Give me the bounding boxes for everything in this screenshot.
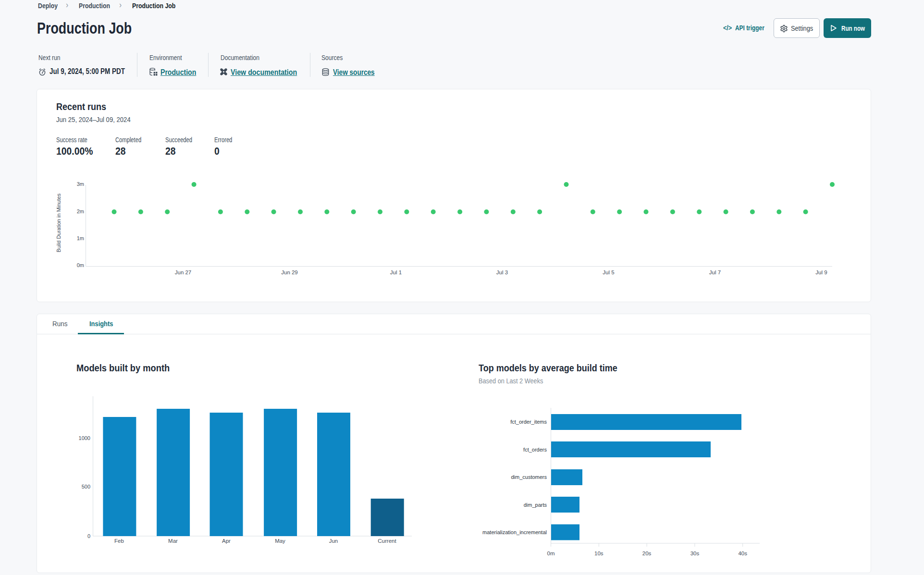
svg-text:Jul 9: Jul 9 — [815, 269, 827, 275]
svg-text:fct_orders: fct_orders — [523, 447, 547, 453]
svg-text:500: 500 — [82, 484, 90, 489]
svg-text:0: 0 — [87, 533, 90, 539]
svg-text:dim_customers: dim_customers — [511, 474, 547, 480]
svg-text:2m: 2m — [77, 208, 84, 214]
svg-text:30s: 30s — [690, 551, 700, 556]
svg-text:fct_order_items: fct_order_items — [510, 419, 547, 425]
svg-text:20s: 20s — [642, 551, 652, 556]
svg-text:1m: 1m — [77, 235, 84, 241]
svg-text:Build Duration in Minutes: Build Duration in Minutes — [56, 193, 62, 252]
svg-text:materialization_incremental: materialization_incremental — [482, 529, 547, 535]
svg-text:Mar: Mar — [168, 538, 178, 544]
svg-text:Jul 5: Jul 5 — [603, 269, 614, 275]
svg-text:Current: Current — [378, 538, 396, 544]
svg-text:Jul 3: Jul 3 — [496, 269, 508, 275]
svg-text:Jul 1: Jul 1 — [390, 269, 402, 275]
svg-text:Feb: Feb — [114, 538, 124, 544]
svg-text:Jun: Jun — [329, 538, 338, 544]
svg-text:Jun 29: Jun 29 — [281, 269, 298, 275]
svg-text:10s: 10s — [594, 551, 604, 556]
svg-text:0m: 0m — [77, 262, 84, 268]
svg-text:Jul 7: Jul 7 — [709, 269, 721, 275]
svg-text:0m: 0m — [547, 551, 555, 556]
svg-text:Apr: Apr — [222, 538, 231, 544]
svg-text:1000: 1000 — [79, 435, 90, 441]
svg-text:May: May — [275, 538, 285, 544]
svg-text:40s: 40s — [738, 551, 747, 556]
svg-text:dim_parts: dim_parts — [524, 502, 547, 508]
svg-text:3m: 3m — [77, 181, 84, 187]
svg-text:Jun 27: Jun 27 — [175, 269, 192, 275]
